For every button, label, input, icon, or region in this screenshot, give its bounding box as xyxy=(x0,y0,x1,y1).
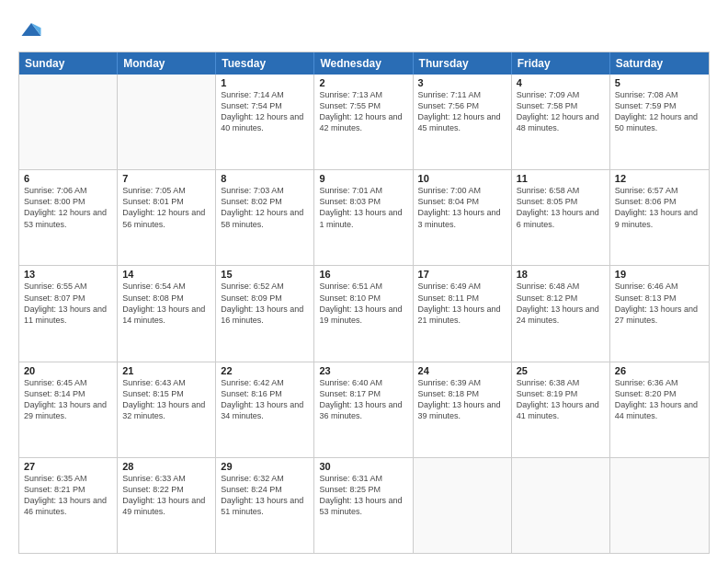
calendar-header-row: SundayMondayTuesdayWednesdayThursdayFrid… xyxy=(19,52,709,75)
day-cell-24: 24Sunrise: 6:39 AMSunset: 8:18 PMDayligh… xyxy=(414,362,512,457)
day-cell-26: 26Sunrise: 6:36 AMSunset: 8:20 PMDayligh… xyxy=(610,362,709,457)
day-info: Sunrise: 6:58 AMSunset: 8:05 PMDaylight:… xyxy=(517,185,605,230)
day-cell-3: 3Sunrise: 7:11 AMSunset: 7:56 PMDaylight… xyxy=(414,75,512,169)
empty-cell xyxy=(118,75,216,169)
day-number: 20 xyxy=(24,365,112,376)
day-info: Sunrise: 7:09 AMSunset: 7:58 PMDaylight:… xyxy=(517,89,605,134)
day-info: Sunrise: 6:32 AMSunset: 8:24 PMDaylight:… xyxy=(221,473,309,518)
day-cell-11: 11Sunrise: 6:58 AMSunset: 8:05 PMDayligh… xyxy=(512,170,610,265)
day-number: 5 xyxy=(615,77,704,88)
day-info: Sunrise: 6:36 AMSunset: 8:20 PMDaylight:… xyxy=(615,377,704,422)
day-info: Sunrise: 7:14 AMSunset: 7:54 PMDaylight:… xyxy=(221,89,309,134)
day-info: Sunrise: 7:00 AMSunset: 8:04 PMDaylight:… xyxy=(418,185,506,230)
day-cell-23: 23Sunrise: 6:40 AMSunset: 8:17 PMDayligh… xyxy=(314,362,413,457)
day-info: Sunrise: 7:08 AMSunset: 7:59 PMDaylight:… xyxy=(615,89,704,134)
day-cell-22: 22Sunrise: 6:42 AMSunset: 8:16 PMDayligh… xyxy=(216,362,314,457)
day-info: Sunrise: 6:52 AMSunset: 8:09 PMDaylight:… xyxy=(221,281,309,326)
day-number: 21 xyxy=(122,365,210,376)
day-cell-28: 28Sunrise: 6:33 AMSunset: 8:22 PMDayligh… xyxy=(118,458,216,553)
day-number: 26 xyxy=(615,365,704,376)
day-cell-7: 7Sunrise: 7:05 AMSunset: 8:01 PMDaylight… xyxy=(118,170,216,265)
day-info: Sunrise: 6:51 AMSunset: 8:10 PMDaylight:… xyxy=(319,281,407,326)
calendar-week-1: 1Sunrise: 7:14 AMSunset: 7:54 PMDaylight… xyxy=(19,75,709,169)
day-info: Sunrise: 6:33 AMSunset: 8:22 PMDaylight:… xyxy=(122,473,210,518)
day-number: 12 xyxy=(615,173,704,184)
day-cell-30: 30Sunrise: 6:31 AMSunset: 8:25 PMDayligh… xyxy=(314,458,413,553)
day-info: Sunrise: 6:43 AMSunset: 8:15 PMDaylight:… xyxy=(122,377,210,422)
day-number: 25 xyxy=(517,365,605,376)
day-info: Sunrise: 7:06 AMSunset: 8:00 PMDaylight:… xyxy=(24,185,112,230)
calendar: SundayMondayTuesdayWednesdayThursdayFrid… xyxy=(18,52,710,554)
day-info: Sunrise: 6:40 AMSunset: 8:17 PMDaylight:… xyxy=(319,377,407,422)
day-info: Sunrise: 6:38 AMSunset: 8:19 PMDaylight:… xyxy=(517,377,605,422)
empty-cell xyxy=(512,458,610,553)
day-cell-8: 8Sunrise: 7:03 AMSunset: 8:02 PMDaylight… xyxy=(216,170,314,265)
empty-cell xyxy=(610,458,709,553)
day-header-friday: Friday xyxy=(512,52,610,75)
day-cell-13: 13Sunrise: 6:55 AMSunset: 8:07 PMDayligh… xyxy=(19,266,118,361)
day-cell-6: 6Sunrise: 7:06 AMSunset: 8:00 PMDaylight… xyxy=(19,170,118,265)
day-cell-25: 25Sunrise: 6:38 AMSunset: 8:19 PMDayligh… xyxy=(512,362,610,457)
day-number: 17 xyxy=(418,269,506,280)
day-number: 4 xyxy=(517,77,605,88)
day-number: 2 xyxy=(319,77,407,88)
day-number: 24 xyxy=(418,365,506,376)
day-info: Sunrise: 7:05 AMSunset: 8:01 PMDaylight:… xyxy=(122,185,210,230)
calendar-week-3: 13Sunrise: 6:55 AMSunset: 8:07 PMDayligh… xyxy=(19,265,709,361)
day-info: Sunrise: 6:49 AMSunset: 8:11 PMDaylight:… xyxy=(418,281,506,326)
day-number: 22 xyxy=(221,365,309,376)
day-info: Sunrise: 6:39 AMSunset: 8:18 PMDaylight:… xyxy=(418,377,506,422)
day-number: 19 xyxy=(615,269,704,280)
day-info: Sunrise: 6:45 AMSunset: 8:14 PMDaylight:… xyxy=(24,377,112,422)
day-number: 23 xyxy=(319,365,407,376)
day-number: 7 xyxy=(122,173,210,184)
day-number: 18 xyxy=(517,269,605,280)
calendar-week-4: 20Sunrise: 6:45 AMSunset: 8:14 PMDayligh… xyxy=(19,362,709,457)
day-cell-18: 18Sunrise: 6:48 AMSunset: 8:12 PMDayligh… xyxy=(512,266,610,361)
day-number: 9 xyxy=(319,173,407,184)
day-cell-17: 17Sunrise: 6:49 AMSunset: 8:11 PMDayligh… xyxy=(414,266,512,361)
day-cell-2: 2Sunrise: 7:13 AMSunset: 7:55 PMDaylight… xyxy=(314,75,413,169)
day-cell-10: 10Sunrise: 7:00 AMSunset: 8:04 PMDayligh… xyxy=(414,170,512,265)
day-number: 16 xyxy=(319,269,407,280)
calendar-body: 1Sunrise: 7:14 AMSunset: 7:54 PMDaylight… xyxy=(19,75,709,553)
day-info: Sunrise: 7:11 AMSunset: 7:56 PMDaylight:… xyxy=(418,89,506,134)
day-info: Sunrise: 6:54 AMSunset: 8:08 PMDaylight:… xyxy=(122,281,210,326)
day-cell-14: 14Sunrise: 6:54 AMSunset: 8:08 PMDayligh… xyxy=(118,266,216,361)
day-cell-16: 16Sunrise: 6:51 AMSunset: 8:10 PMDayligh… xyxy=(314,266,413,361)
day-info: Sunrise: 6:48 AMSunset: 8:12 PMDaylight:… xyxy=(517,281,605,326)
day-cell-27: 27Sunrise: 6:35 AMSunset: 8:21 PMDayligh… xyxy=(19,458,118,553)
day-header-wednesday: Wednesday xyxy=(314,52,413,75)
day-cell-9: 9Sunrise: 7:01 AMSunset: 8:03 PMDaylight… xyxy=(314,170,413,265)
day-info: Sunrise: 7:13 AMSunset: 7:55 PMDaylight:… xyxy=(319,89,407,134)
day-info: Sunrise: 6:31 AMSunset: 8:25 PMDaylight:… xyxy=(319,473,407,518)
day-number: 29 xyxy=(221,461,309,472)
day-header-monday: Monday xyxy=(118,52,216,75)
day-number: 3 xyxy=(418,77,506,88)
day-header-thursday: Thursday xyxy=(414,52,512,75)
day-info: Sunrise: 6:57 AMSunset: 8:06 PMDaylight:… xyxy=(615,185,704,230)
day-number: 6 xyxy=(24,173,112,184)
day-cell-20: 20Sunrise: 6:45 AMSunset: 8:14 PMDayligh… xyxy=(19,362,118,457)
day-number: 1 xyxy=(221,77,309,88)
day-header-tuesday: Tuesday xyxy=(216,52,314,75)
day-number: 28 xyxy=(122,461,210,472)
day-number: 10 xyxy=(418,173,506,184)
day-info: Sunrise: 6:35 AMSunset: 8:21 PMDaylight:… xyxy=(24,473,112,518)
day-number: 15 xyxy=(221,269,309,280)
day-number: 8 xyxy=(221,173,309,184)
day-number: 30 xyxy=(319,461,407,472)
day-cell-4: 4Sunrise: 7:09 AMSunset: 7:58 PMDaylight… xyxy=(512,75,610,169)
calendar-week-5: 27Sunrise: 6:35 AMSunset: 8:21 PMDayligh… xyxy=(19,457,709,553)
logo xyxy=(18,17,48,42)
day-cell-19: 19Sunrise: 6:46 AMSunset: 8:13 PMDayligh… xyxy=(610,266,709,361)
day-cell-29: 29Sunrise: 6:32 AMSunset: 8:24 PMDayligh… xyxy=(216,458,314,553)
empty-cell xyxy=(414,458,512,553)
day-cell-12: 12Sunrise: 6:57 AMSunset: 8:06 PMDayligh… xyxy=(610,170,709,265)
empty-cell xyxy=(19,75,118,169)
day-number: 11 xyxy=(517,173,605,184)
day-info: Sunrise: 6:42 AMSunset: 8:16 PMDaylight:… xyxy=(221,377,309,422)
day-info: Sunrise: 7:03 AMSunset: 8:02 PMDaylight:… xyxy=(221,185,309,230)
day-cell-1: 1Sunrise: 7:14 AMSunset: 7:54 PMDaylight… xyxy=(216,75,314,169)
day-cell-5: 5Sunrise: 7:08 AMSunset: 7:59 PMDaylight… xyxy=(610,75,709,169)
